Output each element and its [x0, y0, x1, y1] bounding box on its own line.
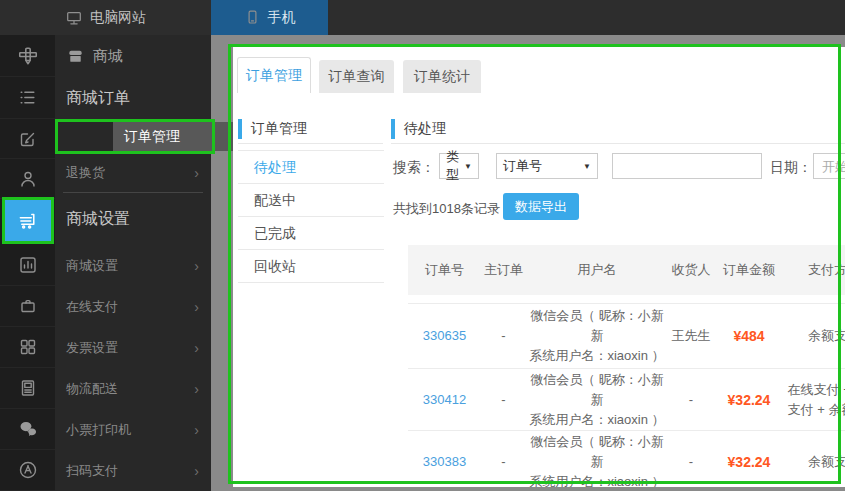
sidebar-module-mall[interactable]: 商城 [55, 35, 211, 77]
chevron-right-icon: › [194, 258, 199, 274]
sidebar-icon-members[interactable] [0, 159, 55, 199]
grid-icon [18, 337, 38, 357]
search-field-select[interactable]: 订单号 ▼ [496, 153, 598, 179]
sidebar-icon-apps[interactable] [0, 327, 55, 368]
payment-cell: 在线支付 + 余额 支付 + 余额支付 [784, 369, 845, 430]
col-header-consignee: 收货人 [668, 245, 714, 295]
tab-order-management[interactable]: 订单管理 [237, 57, 311, 93]
date-start-input[interactable] [813, 153, 845, 179]
col-header-amount: 订单金额 [714, 245, 784, 295]
main-order-cell: - [481, 369, 526, 430]
sidebar-item-returns[interactable]: 退换货 › [55, 154, 211, 192]
sidebar-item-scan-payment[interactable]: 扫码支付 › [55, 450, 211, 491]
export-data-button[interactable]: 数据导出 [503, 193, 579, 220]
sidebar-icon-briefcase[interactable] [0, 286, 55, 327]
left-nav-list: 待处理 配送中 已完成 回收站 [238, 150, 384, 283]
sidebar-item-invoice-settings[interactable]: 发票设置 › [55, 327, 211, 368]
left-nav-item-recycle[interactable]: 回收站 [238, 250, 384, 283]
sidebar-item-receipt-printer[interactable]: 小票打印机 › [55, 409, 211, 450]
sidebar-icon-cart[interactable] [5, 200, 51, 241]
sidebar-section-mall-orders: 商城订单 [55, 77, 211, 119]
amount-cell: ¥484 [714, 304, 784, 368]
sidebar-icon-appstore[interactable] [0, 450, 55, 491]
appstore-icon [17, 459, 39, 481]
store-icon [66, 47, 85, 66]
table-row: 330635 - 微信会员（ 昵称：小新新 系统用户名：xiaoxin ） 王先… [408, 303, 845, 368]
order-number-link[interactable]: 330635 [408, 304, 481, 368]
chevron-right-icon: › [194, 340, 199, 356]
payment-cell: 余额支付 [784, 431, 845, 487]
search-keyword-input[interactable] [612, 153, 762, 179]
card-icon [18, 378, 38, 398]
sidebar-section-mall-settings: 商城设置 [55, 193, 211, 245]
caret-down-icon: ▼ [464, 162, 472, 171]
admin-screen: 电脑网站 手机 [0, 0, 845, 491]
chevron-right-icon: › [194, 299, 199, 315]
sidebar-item-logistics[interactable]: 物流配送 › [55, 368, 211, 409]
date-label: 日期： [770, 159, 812, 177]
chevron-right-icon: › [194, 463, 199, 479]
wechat-icon [17, 418, 39, 440]
chevron-right-icon: › [194, 165, 199, 181]
list-icon [17, 87, 38, 108]
sidebar-item-order-management-label: 订单管理 [113, 128, 180, 146]
consignee-cell: - [668, 369, 714, 430]
sidebar-menu: 商城 商城订单 订单管理 › 退换货 › 商城设置 商城设置 › 在线支付 › … [55, 35, 211, 491]
top-bar: 电脑网站 手机 [0, 0, 845, 35]
main-order-cell: - [481, 304, 526, 368]
order-number-link[interactable]: 330412 [408, 369, 481, 430]
tab-order-stats[interactable]: 订单统计 [403, 60, 481, 93]
consignee-cell: 王先生 [668, 304, 714, 368]
sidebar-item-mall-settings[interactable]: 商城设置 › [55, 245, 211, 286]
left-nav-item-completed[interactable]: 已完成 [238, 217, 384, 250]
tab-order-query[interactable]: 订单查询 [319, 60, 394, 93]
order-number-link[interactable]: 330383 [408, 431, 481, 487]
phone-icon [244, 9, 261, 26]
sidebar-icon-orders[interactable] [0, 77, 55, 119]
decoration-icon [17, 45, 39, 67]
username-cell: 微信会员（ 昵称：小新新 系统用户名：xiaoxin ） [526, 304, 668, 368]
sidebar-module-mall-label: 商城 [93, 47, 123, 66]
left-nav-item-pending[interactable]: 待处理 [238, 151, 384, 184]
main-order-cell: - [481, 431, 526, 487]
username-cell: 微信会员（ 昵称：小新新 系统用户名：xiaoxin ） [526, 369, 668, 430]
sidebar-icon-rail [0, 35, 55, 491]
sidebar-icon-wechat[interactable] [0, 409, 55, 450]
chevron-right-icon: › [194, 422, 199, 438]
search-label: 搜索： [393, 159, 435, 177]
amount-cell: ¥32.24 [714, 431, 784, 487]
chevron-right-icon: › [194, 381, 199, 397]
content-title: 待处理 [391, 115, 845, 144]
table-row: 330412 - 微信会员（ 昵称：小新新 系统用户名：xiaoxin ） - … [408, 368, 845, 430]
tab-pc-site[interactable]: 电脑网站 [0, 0, 211, 35]
sidebar-item-online-payment[interactable]: 在线支付 › [55, 286, 211, 327]
edit-icon [18, 129, 38, 149]
sidebar-icon-stats[interactable] [0, 245, 55, 286]
chart-icon [18, 255, 38, 275]
tab-pc-site-label: 电脑网站 [90, 9, 146, 27]
username-cell: 微信会员（ 昵称：小新新 系统用户名：xiaoxin ） [526, 431, 668, 487]
monitor-icon [65, 9, 83, 27]
sidebar-icon-decoration[interactable] [0, 35, 55, 77]
payment-cell: 余额支付 [784, 304, 845, 368]
sidebar-icon-edit[interactable] [0, 119, 55, 159]
person-icon [18, 169, 38, 189]
left-nav-item-delivering[interactable]: 配送中 [238, 184, 384, 217]
tab-mobile[interactable]: 手机 [211, 0, 328, 35]
col-header-payment: 支付方式 [784, 245, 845, 295]
col-header-username: 用户名 [526, 245, 668, 295]
consignee-cell: - [668, 431, 714, 487]
cart-icon [16, 209, 40, 233]
tab-mobile-label: 手机 [268, 9, 296, 27]
search-type-select[interactable]: 类型 ▼ [439, 153, 479, 179]
sidebar-icon-card[interactable] [0, 368, 55, 409]
result-count: 共找到1018条记录 [393, 200, 500, 218]
caret-down-icon: ▼ [583, 162, 591, 171]
col-header-order-no: 订单号 [408, 245, 481, 295]
blue-accent-bar [238, 119, 242, 139]
blue-accent-bar [391, 119, 395, 139]
main-panel: 订单管理 订单查询 订单统计 订单管理 待处理 待处理 配送中 已完成 回收站 … [233, 47, 845, 487]
amount-cell: ¥32.24 [714, 369, 784, 430]
col-header-main-order: 主订单 [481, 245, 526, 295]
briefcase-icon [18, 296, 38, 316]
